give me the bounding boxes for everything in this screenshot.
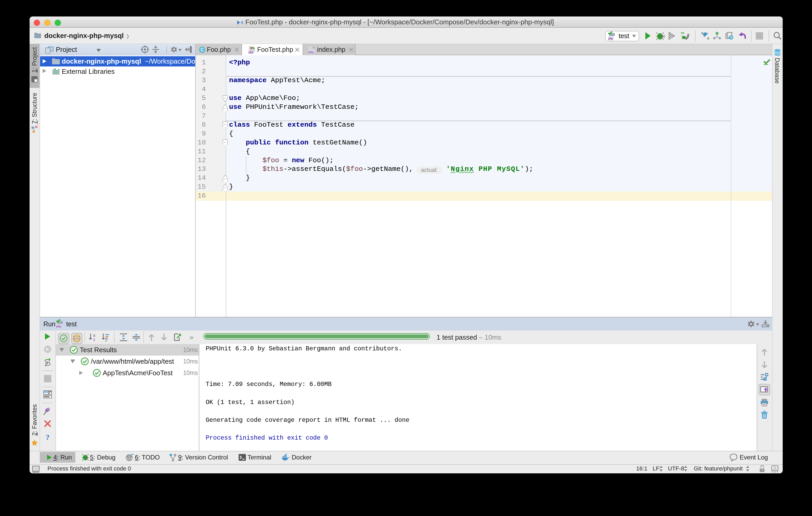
svg-text:z: z [93, 337, 95, 341]
svg-text:?: ? [46, 433, 50, 441]
svg-text:T: T [761, 469, 763, 472]
svg-text:php: php [249, 51, 253, 54]
svg-text:C: C [201, 47, 204, 52]
svg-text:php: php [56, 325, 61, 328]
svg-text:a: a [93, 333, 95, 338]
svg-text:php: php [309, 51, 313, 54]
svg-text:php: php [608, 37, 613, 40]
